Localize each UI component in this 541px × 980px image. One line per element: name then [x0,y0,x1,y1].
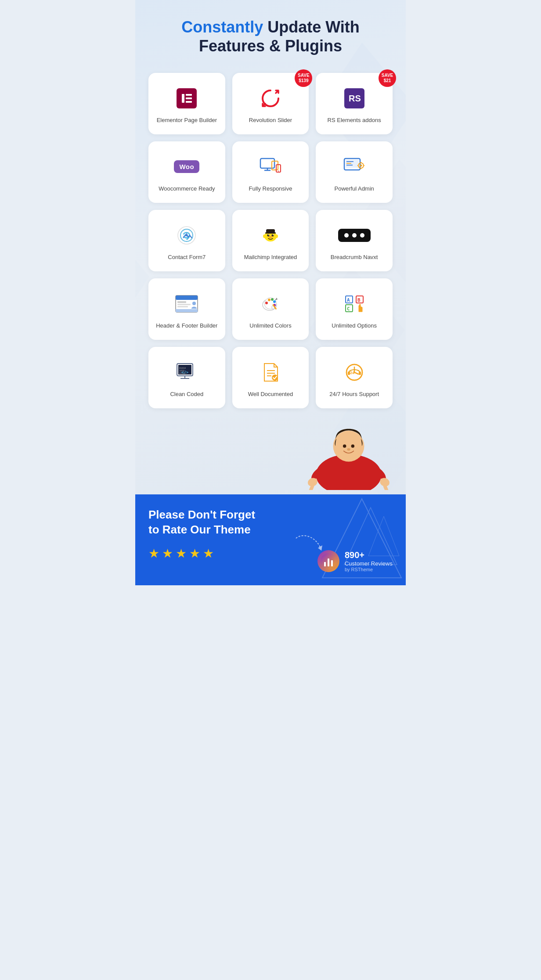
svg-rect-8 [186,101,192,103]
svg-rect-91 [324,562,326,566]
svg-text:RS: RS [349,94,361,103]
card-icon-revolution [258,86,283,111]
card-label-support: 24/7 Hours Support [329,391,379,398]
grid-row-2: Woo Woocommerce Ready [148,141,393,203]
svg-point-50 [271,298,274,301]
star-2: ★ [162,546,173,561]
svg-rect-77 [348,371,350,375]
svg-point-49 [268,299,270,301]
feature-card-mailchimp: Mailchimp Integrated [232,210,309,271]
feature-card-colors: Unlimited Colors [232,278,309,340]
svg-rect-78 [359,371,361,375]
card-label-woo: Woocommerce Ready [159,185,215,193]
promo-section: Please Don't Forget to Rate Our Theme ★ … [135,494,406,585]
svg-point-32 [267,234,269,236]
grid-row-4: Header & Footer Builder [148,278,393,340]
card-icon-contact-form [174,223,199,248]
promo-title: Please Don't Forget to Rate Our Theme [148,508,263,537]
card-icon-breadcrumb [342,223,367,248]
person-container [135,424,406,486]
svg-point-82 [351,445,354,448]
svg-point-81 [343,445,346,448]
svg-point-34 [268,234,269,235]
reviews-label: Customer Reviews [345,560,393,567]
card-label-options: Unlimited Options [332,322,377,330]
feature-card-clean-code: 01010 1010 01010 </> Clean Coded [148,347,225,408]
card-label-revolution: Revolution Slider [249,117,292,124]
card-icon-documented [258,360,283,385]
svg-point-45 [192,302,196,305]
card-icon-support: 24 [342,360,367,385]
card-label-rs-elements: RS Elements addons [328,117,381,124]
svg-rect-44 [176,309,198,312]
card-label-responsive: Fully Responsive [249,185,292,193]
reviews-section: 890+ Customer Reviews by RSTheme [317,550,393,572]
svg-rect-6 [186,94,192,96]
svg-point-15 [278,170,279,171]
feature-card-admin: Powerful Admin [316,141,393,203]
card-label-colors: Unlimited Colors [249,322,291,330]
feature-card-responsive: Fully Responsive [232,141,309,203]
grid-row-1: Elementor Page Builder SAVE$139 Revoluti… [148,73,393,134]
svg-point-36 [269,236,272,238]
card-label-clean-code: Clean Coded [170,391,203,398]
svg-rect-5 [182,94,184,103]
svg-point-37 [263,234,266,238]
title-highlight: Constantly [181,18,263,36]
card-icon-options: A B C [342,292,367,316]
page-wrapper: Constantly Update With Features & Plugin… [135,0,406,585]
card-icon-rs: RS [342,86,367,111]
card-icon-responsive [258,155,283,179]
card-icon-header-footer [174,292,199,316]
feature-card-header-footer: Header & Footer Builder [148,278,225,340]
card-icon-woo: Woo [174,155,199,179]
header-section: Constantly Update With Features & Plugin… [135,0,406,68]
svg-rect-30 [266,229,275,233]
reviews-text: 890+ Customer Reviews by RSTheme [345,550,393,572]
card-label-mailchimp: Mailchimp Integrated [244,254,297,261]
feature-card-breadcrumb: Breadcrumb Navxt [316,210,393,271]
card-icon-admin [342,155,367,179]
star-4: ★ [189,546,200,561]
feature-card-revolution: SAVE$139 Revolution Slider [232,73,309,134]
svg-rect-93 [331,560,333,566]
star-3: ★ [176,546,187,561]
reviews-logo [317,550,339,572]
svg-rect-41 [177,301,186,303]
svg-text:C: C [347,306,350,312]
card-label-elementor: Elementor Page Builder [157,117,217,124]
grid-row-5: 01010 1010 01010 </> Clean Coded [148,347,393,408]
card-icon-mailchimp [258,223,283,248]
grid-row-3: Contact Form7 [148,210,393,271]
svg-text:24: 24 [350,371,354,375]
svg-point-35 [273,234,274,235]
save-badge-rs: SAVE$21 [379,69,396,87]
svg-point-22 [360,164,362,166]
feature-card-woo: Woo Woocommerce Ready [148,141,225,203]
card-label-breadcrumb: Breadcrumb Navxt [331,254,378,261]
svg-line-74 [354,372,358,374]
feature-card-support: 24 24/7 Hours Support [316,347,393,408]
svg-rect-92 [328,558,329,566]
card-label-admin: Powerful Admin [335,185,374,193]
feature-card-documented: Well Documented [232,347,309,408]
card-icon-elementor [174,86,199,111]
svg-point-80 [333,431,364,462]
svg-point-51 [273,300,276,303]
card-label-contact-form: Contact Form7 [168,254,206,261]
svg-point-33 [271,234,274,236]
page-title: Constantly Update With Features & Plugin… [148,18,393,55]
card-icon-colors [258,292,283,316]
save-badge-revolution: SAVE$139 [295,69,312,87]
reviews-count: 890+ [345,550,393,560]
star-5: ★ [203,546,214,561]
feature-card-rs-elements: SAVE$21 RS RS Elements addons [316,73,393,134]
svg-point-38 [275,234,278,238]
feature-card-options: A B C Unlimited Options [316,278,393,340]
card-icon-clean-code: 01010 1010 01010 </> [174,360,199,385]
person-illustration [287,402,406,490]
svg-rect-40 [176,295,198,300]
star-1: ★ [148,546,159,561]
svg-rect-17 [346,160,359,168]
feature-card-contact-form: Contact Form7 [148,210,225,271]
